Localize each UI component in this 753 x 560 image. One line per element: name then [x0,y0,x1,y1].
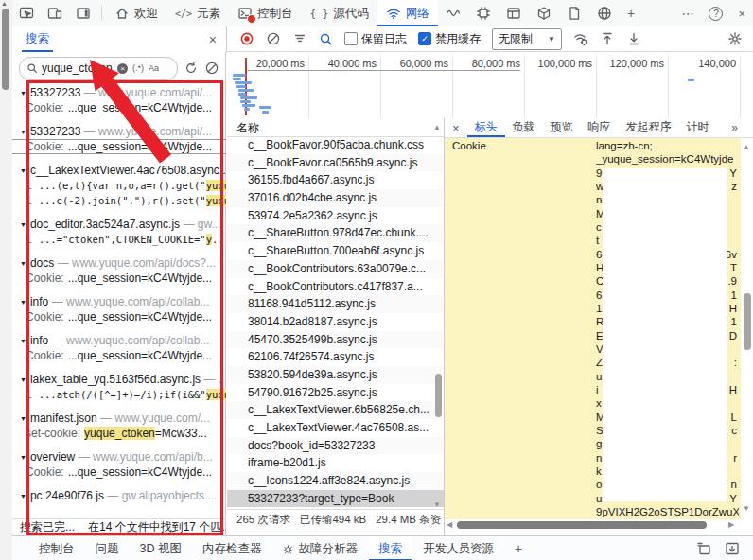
search-result-file[interactable]: ▼53327233 — www.yuque.com/api/... [12,124,226,139]
request-row[interactable]: 62106.74f26574.async.js [227,348,445,366]
search-match-line[interactable]: 1...="ctoken",CTOKEN_COOKIE="y... [12,232,226,247]
checkbox-checked[interactable]: ✓ [418,32,431,45]
tab-sources[interactable]: { }源代码 [302,0,377,26]
clear-input-icon[interactable]: × [117,63,128,74]
request-row[interactable]: c__Icons1224.aff3e824.async.js [227,472,445,490]
disable-cache-checkbox[interactable]: ✓ 禁用缓存 [418,31,481,47]
drawer-tab-memory-inspector[interactable]: 内存检查器 [193,536,271,560]
request-row[interactable]: 36155.fbd4a667.async.js [227,171,445,189]
close-panel-icon[interactable]: × [209,32,217,47]
request-row[interactable]: 81168.941d5112.async.js [227,295,445,313]
search-result-file[interactable]: ▼c__LakexTextViewer.4ac76508.async... [12,163,226,178]
tab-response[interactable]: 响应 [581,118,619,137]
import-har-icon[interactable] [595,31,620,46]
request-row[interactable]: 54790.91672b25.async.js [227,384,445,402]
search-match-line[interactable]: Cookie:...que_session=kC4Wtyjde... [12,100,226,115]
scroll-left-icon[interactable]: ◀ [447,520,452,529]
tab-timing[interactable]: 计时 [679,118,717,137]
tab-web[interactable] [589,0,620,26]
request-row[interactable]: c__BookFavor.90f5acba.chunk.css [227,136,445,154]
regex-toggle[interactable]: (.*) [132,63,144,73]
name-column-header[interactable]: 名称 ▲ [227,118,445,137]
tab-network[interactable]: 网络 [377,0,438,26]
search-match-line[interactable]: Cookie:...que_session=kC4Wtyjde... [12,139,226,154]
request-row[interactable]: docs?book_id=53327233 [227,437,445,455]
search-match-line[interactable]: set-cookie:yuque_ctoken=Mcw33... [12,426,226,441]
tab-performance[interactable] [438,0,468,26]
network-settings-gear-icon[interactable] [723,31,747,46]
scroll-down-icon[interactable]: ▼ [433,500,441,509]
record-icon[interactable] [235,31,259,46]
request-row[interactable]: c__BookFavor.ca0565b9.async.js [227,154,445,172]
refresh-search-icon[interactable] [184,61,198,75]
request-row[interactable]: c__ShareButton.978d47ec.chunk.... [227,224,445,242]
tab-application[interactable] [499,0,529,26]
dock-side-icon[interactable] [69,6,97,21]
search-result-file[interactable]: ▼info — www.yuque.com/api/collab... [12,294,226,309]
drawer-tab-add[interactable]: + [505,536,532,560]
request-row[interactable]: 45470.3525499b.async.js [227,331,445,349]
tab-headers[interactable]: 标头 [467,118,505,137]
inspect-element-icon[interactable] [12,6,41,21]
tab-payload[interactable]: 负载 [505,118,543,137]
scroll-up-icon[interactable]: ▲ [1,0,8,7]
search-icon[interactable] [314,32,338,46]
match-case-toggle[interactable]: Aa [149,63,159,73]
request-row[interactable]: c__BookContributors.63a0079e.c... [227,260,445,278]
request-row[interactable]: c__LakexTextViewer.4ac76508.as... [227,419,445,437]
search-result-file[interactable]: ▼manifest.json — www.yuque.com/... [12,411,226,426]
scroll-up-icon[interactable]: ▲ [743,143,750,151]
search-result-file[interactable]: ▼53327233 — www.yuque.com/api/... [12,85,226,100]
clear-results-icon[interactable] [204,61,219,76]
page-scrollbar[interactable]: ▲ [0,0,13,560]
search-result-file[interactable]: ▼docs — www.yuque.com/api/docs?... [12,255,226,271]
search-match-line[interactable]: 1...atch(/([^=]+)=/i);if(i&&"yuque... [12,387,226,402]
filter-icon[interactable] [288,31,312,46]
search-result-file[interactable]: ▼overview — www.yuque.com/api/b... [12,449,226,464]
dock-bottom-icon[interactable] [725,541,740,556]
throttling-select[interactable]: 无限制 ▼ [492,28,562,50]
device-emulation-icon[interactable] [41,6,69,21]
checkbox-unchecked[interactable] [344,32,358,45]
tab-search-panel[interactable]: 搜索 [22,26,53,52]
network-conditions-icon[interactable] [569,31,593,46]
request-row[interactable]: c__LakexTextViewer.6b56825e.ch... [227,401,445,419]
drawer-tab-crash-analyzer[interactable]: 故障分析器 [272,536,367,560]
tab-preview[interactable]: 预览 [543,118,581,137]
tab-initiator[interactable]: 发起程序 [619,118,679,137]
close-icon[interactable]: × [730,7,753,21]
overflow-tabs-icon[interactable]: » [731,121,738,134]
request-row[interactable]: iframe-b20d1.js [227,454,445,472]
search-result-file[interactable]: ▼lakex_table_yq.5163f56d.async.js — ... [12,372,226,387]
close-details-icon[interactable]: × [445,121,467,135]
drawer-tab-3d-view[interactable]: 3D 视图 [131,536,191,560]
quick-view-icon[interactable] [696,541,711,556]
tab-console[interactable]: 控制台 [229,0,302,26]
search-match-line[interactable]: 1...(e,t){var n,o,a=r().get("yuque_ct... [12,178,226,193]
search-result-file[interactable]: ▼info — www.yuque.com/api/collab... [12,333,226,348]
scrollbar-thumb[interactable] [435,374,442,417]
request-row[interactable]: c__BookContributors.c417f837.a... [227,278,445,296]
network-overview-timeline[interactable]: 20,000 ms40,000 ms60,000 ms80,000 ms100,… [227,52,753,119]
tab-add-tab[interactable]: + [620,0,642,26]
drawer-tab-issues[interactable]: 问题 [86,536,129,560]
scroll-right-icon[interactable]: ▶ [728,520,734,529]
search-match-line[interactable]: Cookie:...que_session=kC4Wtyjde... [12,309,226,324]
scrollbar-thumb[interactable] [744,293,751,350]
help-icon[interactable]: ? [701,7,730,21]
search-result-file[interactable]: ▼pc.24e90f76.js — gw.alipayobjects.... [12,488,226,503]
scroll-up-icon[interactable]: ▲ [433,118,441,137]
scrollbar-thumb[interactable] [2,9,9,90]
scroll-down-icon[interactable]: ▼ [743,504,750,513]
drawer-tab-console[interactable]: 控制台 [29,536,84,560]
preserve-log-checkbox[interactable]: 保留日志 [344,31,407,47]
request-row[interactable]: 37016.d02b4cbe.async.js [227,189,445,207]
request-row[interactable]: 53327233?target_type=Book [227,490,445,508]
tab-elements[interactable]: </>元素 [166,0,229,26]
request-row[interactable]: 53820.594de39a.async.js [227,366,445,384]
clear-network-log-icon[interactable] [261,31,286,46]
search-match-line[interactable]: 1...e(-2).join("."),r().set("yuque_cto..… [12,193,226,208]
horizontal-scrollbar-thumb[interactable] [457,521,707,529]
request-row[interactable]: c__ShareButton.700eab6f.async.js [227,242,445,260]
search-match-line[interactable]: Cookie:...que_session=kC4Wtyjde... [12,271,226,286]
